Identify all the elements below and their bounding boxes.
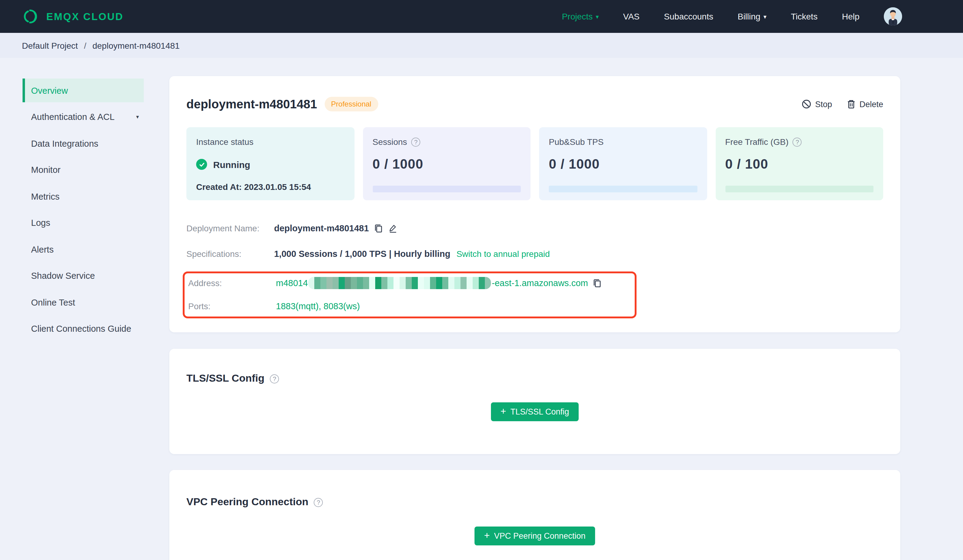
breadcrumb-project[interactable]: Default Project [22, 40, 78, 50]
tls-ssl-help-icon[interactable]: ? [270, 374, 279, 383]
chevron-down-icon: ▾ [764, 14, 767, 20]
sidebar-item-data-integrations[interactable]: Data Integrations [23, 131, 144, 155]
specifications-label: Specifications: [186, 249, 274, 259]
plus-icon: + [500, 406, 506, 416]
nav-item-vas[interactable]: VAS [623, 11, 640, 21]
free-traffic-label: Free Traffic (GB) [725, 137, 788, 147]
vpc-peering-title: VPC Peering Connection [186, 496, 308, 508]
created-at-text: Created At: 2023.01.05 15:54 [196, 182, 344, 192]
instance-status-value: Running [196, 159, 344, 170]
sidebar-item-shadow-service[interactable]: Shadow Service [23, 264, 144, 288]
nav-item-projects[interactable]: Projects ▾ [562, 11, 599, 21]
address-prefix: m48014 [276, 278, 308, 288]
address-row: Address: m48014 -east-1.amazonaws.com [188, 277, 635, 289]
breadcrumb-current: deployment-m4801481 [92, 40, 179, 50]
stop-icon [802, 99, 811, 109]
specifications-row: Specifications: 1,000 Sessions / 1,000 T… [186, 248, 883, 260]
sessions-help-icon[interactable]: ? [412, 137, 421, 146]
deployment-title: deployment-m4801481 [186, 97, 317, 111]
sessions-card: Sessions ? 0 / 1000 [363, 127, 530, 200]
sessions-value: 0 / 1000 [373, 157, 521, 172]
specifications-value: 1,000 Sessions / 1,000 TPS | Hourly bill… [274, 249, 451, 259]
add-tls-ssl-config-button[interactable]: + TLS/SSL Config [491, 402, 579, 421]
top-navbar: EMQX CLOUD Projects ▾ VAS Subaccounts Bi… [0, 0, 963, 33]
stats-row: Instance status Running Created At: 2023… [186, 127, 883, 200]
plus-icon: + [484, 531, 490, 540]
nav-menu: Projects ▾ VAS Subaccounts Billing ▾ Tic… [562, 7, 902, 26]
sidebar-item-client-connections-guide[interactable]: Client Connections Guide [23, 317, 144, 341]
running-status-text: Running [213, 159, 250, 170]
stop-button[interactable]: Stop [802, 99, 832, 109]
deployment-name-value: deployment-m4801481 [274, 223, 369, 233]
chevron-down-icon: ▾ [596, 14, 599, 20]
pubsub-tps-value: 0 / 1000 [549, 157, 697, 172]
pubsub-tps-progress-bar [549, 186, 697, 193]
sessions-progress-bar [373, 186, 521, 193]
breadcrumb-separator: / [84, 40, 86, 50]
free-traffic-progress-bar [725, 186, 874, 193]
pubsub-tps-card: Pub&Sub TPS 0 / 1000 [539, 127, 707, 200]
address-redaction [308, 277, 491, 289]
check-circle-icon [196, 159, 207, 170]
address-label: Address: [188, 278, 276, 288]
emqx-logo-icon [22, 8, 40, 24]
sidebar-item-metrics[interactable]: Metrics [23, 185, 144, 208]
avatar-illustration [884, 7, 902, 26]
free-traffic-card: Free Traffic (GB) ? 0 / 100 [715, 127, 883, 200]
add-vpc-peering-button[interactable]: + VPC Peering Connection [475, 526, 595, 545]
nav-item-help[interactable]: Help [842, 11, 859, 21]
tls-ssl-section: TLS/SSL Config ? + TLS/SSL Config [169, 349, 900, 454]
sidebar-item-alerts[interactable]: Alerts [23, 237, 144, 261]
sidebar-item-logs[interactable]: Logs [23, 211, 144, 235]
address-highlight-annotation: Address: m48014 -east-1.amazonaws.com Po… [183, 272, 637, 318]
sidebar-item-overview[interactable]: Overview [23, 79, 144, 102]
emqx-cloud-console: EMQX CLOUD Projects ▾ VAS Subaccounts Bi… [0, 0, 963, 560]
ports-value: 1883(mqtt), 8083(ws) [276, 301, 360, 311]
vpc-peering-section: VPC Peering Connection ? + VPC Peering C… [169, 470, 900, 560]
deployment-name-row: Deployment Name: deployment-m4801481 [186, 222, 883, 234]
vpc-peering-help-icon[interactable]: ? [314, 498, 323, 507]
tls-ssl-title: TLS/SSL Config [186, 372, 264, 385]
breadcrumb: Default Project / deployment-m4801481 [0, 33, 963, 58]
main-content: deployment-m4801481 Professional Stop De… [169, 76, 900, 560]
deployment-actions: Stop Delete [802, 99, 883, 109]
pubsub-tps-label: Pub&Sub TPS [549, 137, 604, 147]
ports-row: Ports: 1883(mqtt), 8083(ws) [188, 300, 635, 312]
nav-item-billing[interactable]: Billing ▾ [738, 11, 767, 21]
nav-item-subaccounts[interactable]: Subaccounts [664, 11, 713, 21]
nav-item-tickets[interactable]: Tickets [791, 11, 818, 21]
copy-address-icon[interactable] [593, 278, 602, 288]
switch-annual-prepaid-link[interactable]: Switch to annual prepaid [457, 249, 550, 259]
free-traffic-value: 0 / 100 [725, 157, 874, 172]
sidebar-item-monitor[interactable]: Monitor [23, 158, 144, 182]
instance-status-card: Instance status Running Created At: 2023… [186, 127, 354, 200]
ports-label: Ports: [188, 301, 276, 311]
deployment-header: deployment-m4801481 Professional Stop De… [186, 76, 883, 113]
delete-button[interactable]: Delete [847, 99, 883, 109]
chevron-down-icon: ▾ [136, 114, 139, 120]
sessions-label: Sessions [373, 137, 407, 147]
user-avatar[interactable] [884, 7, 902, 26]
brand-name: EMQX CLOUD [46, 11, 124, 22]
address-suffix: -east-1.amazonaws.com [492, 278, 588, 288]
edit-name-icon[interactable] [388, 223, 397, 233]
deployment-name-label: Deployment Name: [186, 223, 274, 233]
brand[interactable]: EMQX CLOUD [22, 8, 124, 24]
instance-status-label: Instance status [196, 137, 253, 147]
copy-name-icon[interactable] [374, 224, 383, 233]
sidebar-item-online-test[interactable]: Online Test [23, 290, 144, 314]
free-traffic-help-icon[interactable]: ? [793, 137, 802, 146]
deployment-overview-card: deployment-m4801481 Professional Stop De… [169, 76, 900, 332]
sidebar-item-authentication-acl[interactable]: Authentication & ACL ▾ [23, 105, 144, 129]
sidebar: Overview Authentication & ACL ▾ Data Int… [23, 79, 144, 343]
plan-badge: Professional [324, 97, 378, 112]
trash-icon [847, 99, 856, 109]
